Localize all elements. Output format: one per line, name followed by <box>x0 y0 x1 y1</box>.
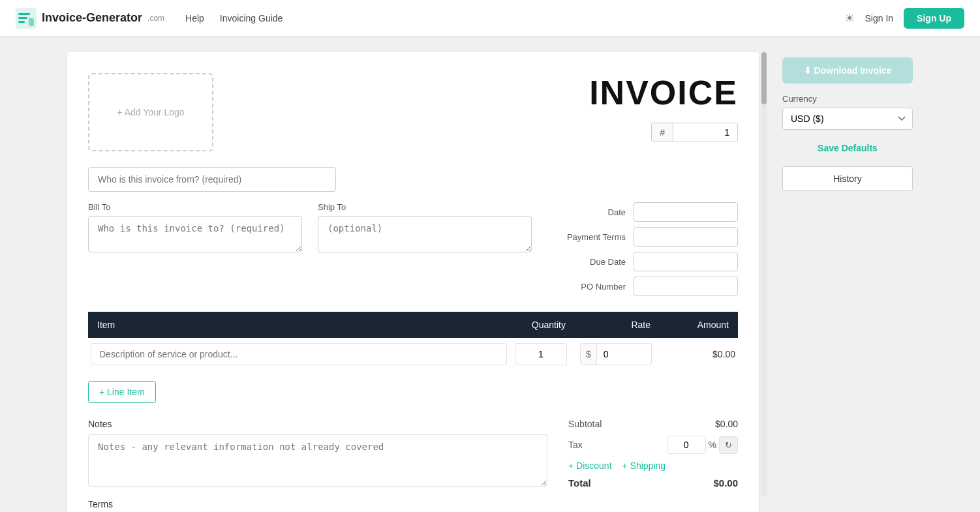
logo-icon <box>16 8 37 29</box>
middle-left: Bill To Ship To <box>88 202 532 296</box>
invoice-title-area: INVOICE # <box>589 73 738 142</box>
tax-row: Tax % ↻ <box>568 436 738 454</box>
nav-right: ☀ Sign In Sign Up <box>844 8 964 29</box>
total-value: $0.00 <box>713 477 738 489</box>
bill-to-label: Bill To <box>88 202 302 212</box>
total-row: Total $0.00 <box>568 477 738 489</box>
notes-textarea[interactable] <box>88 434 547 487</box>
tax-refresh-button[interactable]: ↻ <box>719 436 738 454</box>
svg-rect-2 <box>18 17 27 19</box>
po-number-input[interactable] <box>634 277 738 296</box>
middle-section: Bill To Ship To Date <box>88 202 738 296</box>
tax-percent-sign: % <box>709 440 716 450</box>
ship-section: Ship To <box>318 202 532 254</box>
theme-toggle-icon[interactable]: ☀ <box>844 11 855 25</box>
svg-rect-3 <box>18 21 25 23</box>
item-amount-cell: $0.00 <box>660 338 738 370</box>
col-item: Item <box>88 312 510 338</box>
svg-rect-1 <box>18 13 30 15</box>
main-container: + Add Your Logo INVOICE # <box>0 37 980 512</box>
history-button[interactable]: History <box>782 166 913 191</box>
terms-area: Terms <box>88 499 738 512</box>
items-table: Item Quantity Rate Amount <box>88 312 738 370</box>
item-desc-cell <box>88 338 510 370</box>
date-row: Date <box>547 202 738 222</box>
sidebar: ⬇ Download Invoice Currency USD ($) EUR … <box>782 52 913 512</box>
item-rate-wrapper: $ <box>580 343 652 365</box>
save-defaults-button[interactable]: Save Defaults <box>782 140 913 156</box>
scrollbar-thumb[interactable] <box>761 52 767 104</box>
notes-totals-section: Notes Subtotal $0.00 Tax % ↻ <box>88 419 738 489</box>
item-rate-dollar-sign: $ <box>581 344 597 365</box>
subtotal-row: Subtotal $0.00 <box>568 419 738 429</box>
discount-button[interactable]: + Discount <box>568 460 612 471</box>
invoice-title: INVOICE <box>589 73 738 112</box>
invoice-number-hash: # <box>651 123 673 142</box>
nav-help[interactable]: Help <box>185 13 204 23</box>
col-rate: Rate <box>575 312 660 338</box>
brand-logo[interactable]: Invoice-Generator.com <box>16 8 164 29</box>
payment-terms-label: Payment Terms <box>547 232 626 242</box>
card-wrapper: + Add Your Logo INVOICE # <box>67 52 767 512</box>
brand-name: Invoice-Generator <box>42 11 142 25</box>
item-qty-input[interactable] <box>515 343 567 365</box>
item-qty-cell <box>510 338 575 370</box>
currency-label: Currency <box>782 94 913 104</box>
items-table-header: Item Quantity Rate Amount <box>88 312 738 338</box>
invoice-number-input[interactable] <box>673 123 738 142</box>
tax-input[interactable] <box>667 436 706 454</box>
from-input[interactable] <box>88 167 336 192</box>
nav-links: Help Invoicing Guide <box>185 13 844 23</box>
subtotal-value: $0.00 <box>715 419 738 429</box>
terms-label: Terms <box>88 499 738 509</box>
nav-invoicing-guide[interactable]: Invoicing Guide <box>220 13 283 23</box>
invoice-header: + Add Your Logo INVOICE # <box>88 73 738 151</box>
notes-area: Notes <box>88 419 547 489</box>
due-date-label: Due Date <box>547 257 626 267</box>
item-rate-input[interactable] <box>597 344 643 365</box>
currency-section: Currency USD ($) EUR (€) GBP (£) CAD ($)… <box>782 94 913 130</box>
payment-terms-input[interactable] <box>634 227 738 247</box>
shipping-button[interactable]: + Shipping <box>622 460 666 471</box>
ship-to-label: Ship To <box>318 202 532 212</box>
meta-fields: Date Payment Terms Due Date PO Number <box>547 202 738 296</box>
invoice-number-row: # <box>589 123 738 142</box>
bill-section: Bill To <box>88 202 302 254</box>
signup-button[interactable]: Sign Up <box>904 8 964 29</box>
total-label: Total <box>568 477 591 489</box>
subtotal-label: Subtotal <box>568 419 602 429</box>
po-number-row: PO Number <box>547 277 738 296</box>
invoice-card: + Add Your Logo INVOICE # <box>67 52 759 512</box>
svg-rect-4 <box>29 18 34 26</box>
due-date-row: Due Date <box>547 252 738 271</box>
logo-upload-label: + Add Your Logo <box>117 107 184 117</box>
tax-input-wrap: % ↻ <box>667 436 738 454</box>
scrollbar-track[interactable] <box>761 52 767 496</box>
col-amount: Amount <box>660 312 738 338</box>
currency-select[interactable]: USD ($) EUR (€) GBP (£) CAD ($) AUD ($) <box>782 108 913 130</box>
tax-label: Tax <box>568 440 583 450</box>
col-quantity: Quantity <box>510 312 575 338</box>
notes-label: Notes <box>88 419 547 429</box>
download-invoice-button[interactable]: ⬇ Download Invoice <box>782 57 913 83</box>
brand-suffix: .com <box>147 14 164 23</box>
date-label: Date <box>547 207 626 217</box>
logo-upload[interactable]: + Add Your Logo <box>88 73 213 151</box>
items-table-body: $ $0.00 <box>88 338 738 370</box>
totals-area: Subtotal $0.00 Tax % ↻ + Discount + Shi <box>568 419 738 489</box>
navbar: Invoice-Generator.com Help Invoicing Gui… <box>0 0 980 37</box>
signin-link[interactable]: Sign In <box>865 13 894 23</box>
item-rate-cell: $ <box>575 338 660 370</box>
po-number-label: PO Number <box>547 282 626 292</box>
bill-input[interactable] <box>88 216 302 252</box>
payment-terms-row: Payment Terms <box>547 227 738 247</box>
add-line-item-button[interactable]: + Line Item <box>88 381 156 403</box>
from-section <box>88 167 738 192</box>
discount-shipping-row: + Discount + Shipping <box>568 460 738 471</box>
bill-ship-row: Bill To Ship To <box>88 202 532 254</box>
date-input[interactable] <box>634 202 738 222</box>
table-row: $ $0.00 <box>88 338 738 370</box>
item-desc-input[interactable] <box>91 343 507 365</box>
ship-input[interactable] <box>318 216 532 252</box>
due-date-input[interactable] <box>634 252 738 271</box>
